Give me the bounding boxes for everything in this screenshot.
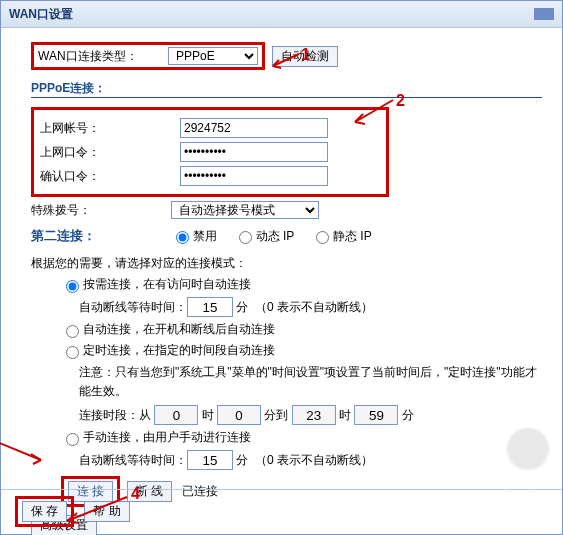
minimize-icon[interactable] [534, 8, 554, 20]
password-input[interactable] [180, 142, 328, 162]
second-conn-dynamic[interactable]: 动态 IP [234, 228, 295, 245]
second-conn-label: 第二连接： [31, 227, 171, 245]
save-button[interactable]: 保 存 [22, 501, 67, 522]
auto-detect-button[interactable]: 自动检测 [272, 46, 338, 67]
confirm-label: 确认口令： [40, 168, 180, 185]
mode-on-demand[interactable]: 按需连接，在有访问时自动连接 [61, 276, 251, 293]
idle-time-input[interactable] [187, 297, 233, 317]
confirm-input[interactable] [180, 166, 328, 186]
account-label: 上网帐号： [40, 120, 180, 137]
mode-manual[interactable]: 手动连接，由用户手动进行连接 [61, 429, 251, 446]
idle-time-input-2[interactable] [187, 450, 233, 470]
timed-note: 注意：只有当您到"系统工具"菜单的"时间设置"项设置了当前时间后，"定时连接"功… [79, 363, 542, 401]
wan-type-select[interactable]: PPPoE [168, 47, 258, 65]
to-min[interactable] [354, 405, 398, 425]
mode-timed[interactable]: 定时连接，在指定的时间段自动连接 [61, 342, 275, 359]
second-conn-static[interactable]: 静态 IP [311, 228, 372, 245]
window-title: WAN口设置 [9, 6, 73, 23]
password-label: 上网口令： [40, 144, 180, 161]
to-hour[interactable] [292, 405, 336, 425]
help-button[interactable]: 帮 助 [84, 501, 129, 522]
account-input[interactable] [180, 118, 328, 138]
pppoe-section-title: PPPoE连接： [31, 80, 542, 98]
mode-prompt: 根据您的需要，请选择对应的连接模式： [31, 255, 542, 272]
second-conn-disable[interactable]: 禁用 [171, 228, 217, 245]
mode-auto[interactable]: 自动连接，在开机和断线后自动连接 [61, 321, 275, 338]
special-dial-label: 特殊拨号： [31, 202, 171, 219]
from-min[interactable] [217, 405, 261, 425]
idle-note: （0 表示不自动断线） [255, 299, 373, 316]
special-dial-select[interactable]: 自动选择拨号模式 [171, 201, 319, 219]
wan-type-label: WAN口连接类型： [38, 48, 168, 65]
titlebar: WAN口设置 [1, 1, 562, 28]
from-hour[interactable] [154, 405, 198, 425]
idle-label: 自动断线等待时间： [79, 299, 187, 316]
